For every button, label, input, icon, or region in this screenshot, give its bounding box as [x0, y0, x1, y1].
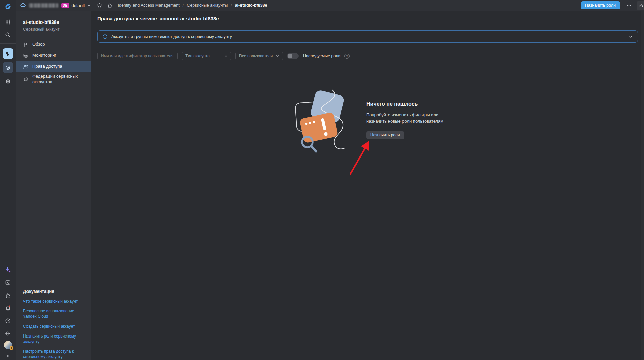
- rail-divider: [0, 43, 16, 44]
- project-name-redacted[interactable]: [29, 3, 58, 8]
- account-type-select[interactable]: Тип аккаунта: [182, 52, 231, 60]
- search-icon[interactable]: [3, 29, 13, 40]
- chip-icon[interactable]: [3, 76, 13, 87]
- user-filter-select[interactable]: Все пользователи: [235, 52, 283, 60]
- flag-icon: [23, 42, 29, 47]
- inherited-roles-label: Наследуемые роли: [303, 54, 340, 58]
- sidebar-item-federations[interactable]: Федерации сервисных аккаунтов: [16, 72, 91, 86]
- star-icon[interactable]: [3, 290, 13, 301]
- iam-key-icon[interactable]: [3, 48, 13, 59]
- chevron-down-icon[interactable]: [628, 34, 633, 39]
- scrollbar-gutter[interactable]: [641, 11, 644, 360]
- service-account-name: ai-studio-bf838e: [23, 19, 91, 25]
- breadcrumb: Identity and Access Management / Сервисн…: [118, 3, 267, 8]
- services-icon[interactable]: [97, 3, 102, 8]
- filters-row: Тип аккаунта Все пользователи Наследуемы…: [97, 52, 350, 60]
- doc-link-assign-roles[interactable]: Назначить роли сервисному аккаунту: [23, 333, 82, 344]
- chevron-down-icon[interactable]: [87, 3, 91, 7]
- collapse-arrow-icon[interactable]: [0, 352, 16, 360]
- gear-icon[interactable]: [3, 328, 13, 339]
- thumbs-up-icon[interactable]: [637, 1, 644, 10]
- empty-state: Ничего не нашлось Попробуйте изменить фи…: [366, 101, 477, 139]
- doc-link-configure-access[interactable]: Настроить права доступа к сервисному акк…: [23, 349, 82, 359]
- top-header: DE default Identity and Access Managemen…: [16, 0, 644, 11]
- doc-link-what-is[interactable]: Что такое сервисный аккаунт: [23, 299, 82, 304]
- bell-icon[interactable]: [3, 303, 13, 313]
- breadcrumb-iam[interactable]: Identity and Access Management: [118, 3, 180, 8]
- breadcrumb-service-accounts[interactable]: Сервисные аккаунты: [187, 3, 228, 8]
- left-rail: [0, 0, 16, 360]
- sidebar-item-monitoring[interactable]: Мониторинг: [16, 50, 91, 61]
- apps-grid-icon[interactable]: [3, 16, 13, 27]
- assign-roles-button-empty-state[interactable]: Назначить роли: [366, 131, 404, 139]
- inherited-roles-help-icon[interactable]: ?: [344, 54, 350, 59]
- users-icon: [23, 64, 29, 70]
- help-icon[interactable]: [3, 315, 13, 326]
- search-input[interactable]: [97, 52, 178, 60]
- terminal-icon[interactable]: [3, 277, 13, 288]
- info-icon: [102, 34, 108, 39]
- documentation-heading: Документация: [23, 289, 84, 294]
- inherited-roles-toggle[interactable]: [287, 53, 299, 59]
- sidebar-item-overview[interactable]: Обзор: [16, 39, 91, 50]
- yandex-cloud-logo[interactable]: [4, 2, 12, 11]
- service-account-type: Сервисный аккаунт: [23, 27, 91, 32]
- environment-badge[interactable]: DE: [61, 3, 69, 8]
- access-info-banner[interactable]: Аккаунты и группы ниже имеют доступ к се…: [97, 30, 638, 43]
- monitor-icon: [23, 53, 29, 58]
- page-title: Права доступа к service_account ai-studi…: [97, 16, 219, 21]
- assign-roles-button-header[interactable]: Назначить роли: [581, 1, 620, 9]
- ai-sparkle-icon[interactable]: [3, 264, 13, 275]
- sidebar-nav: Обзор Мониторинг Права доступа Федерации…: [16, 39, 91, 86]
- sidebar-item-access-rights[interactable]: Права доступа: [16, 61, 91, 72]
- robot-icon[interactable]: [3, 62, 13, 73]
- home-icon[interactable]: [107, 3, 113, 8]
- folder-selector[interactable]: default: [72, 3, 85, 8]
- sidebar: ai-studio-bf838e Сервисный аккаунт Обзор…: [16, 11, 91, 360]
- doc-link-safe-usage[interactable]: Безопасное использование Yandex Cloud: [23, 308, 82, 319]
- empty-state-title: Ничего не нашлось: [366, 101, 477, 107]
- main-content: Права доступа к service_account ai-studi…: [91, 11, 644, 360]
- ellipsis-icon[interactable]: [626, 3, 632, 8]
- user-avatar[interactable]: [4, 341, 12, 349]
- chip-icon: [23, 77, 29, 82]
- empty-state-illustration: [292, 88, 351, 154]
- empty-state-description: Попробуйте изменить фильтры или назначит…: [366, 112, 477, 125]
- cloud-icon[interactable]: [20, 2, 26, 8]
- avatar-badge-icon: [10, 346, 13, 350]
- app-window: DE default Identity and Access Managemen…: [0, 0, 644, 360]
- breadcrumb-current: ai-studio-bf838e: [235, 3, 267, 8]
- documentation-section: Документация Что такое сервисный аккаунт…: [23, 289, 84, 360]
- doc-link-create[interactable]: Создать сервисный аккаунт: [23, 324, 82, 329]
- banner-text: Аккаунты и группы ниже имеют доступ к се…: [111, 34, 232, 39]
